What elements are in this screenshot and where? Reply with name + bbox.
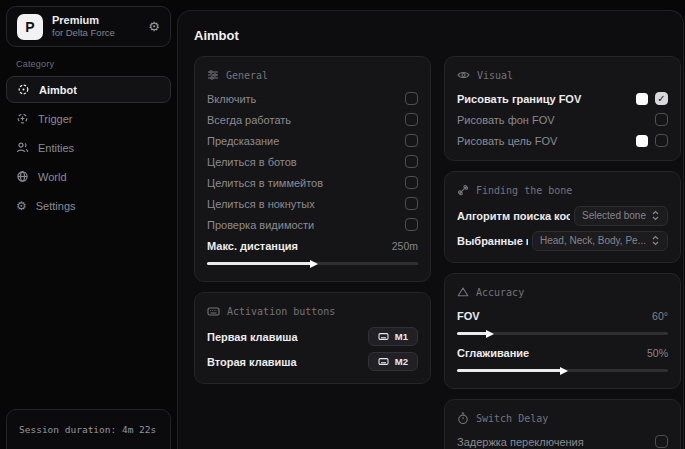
- sidebar-item-entities[interactable]: Entities: [6, 134, 171, 161]
- keybind-value: M2: [395, 356, 408, 367]
- sidebar: P Premium for Delta Force ⚙ Category Aim…: [0, 0, 177, 449]
- smoothing-slider[interactable]: [457, 369, 668, 372]
- checkbox[interactable]: [405, 113, 418, 126]
- selected-bones-select[interactable]: Head, Neck, Body, Pe...: [532, 231, 668, 251]
- checkbox[interactable]: [405, 197, 418, 210]
- sidebar-item-settings[interactable]: ⚙ Settings: [6, 192, 171, 219]
- setting-row: Первая клавиша M1: [207, 324, 418, 349]
- setting-label: Целиться в тиммейтов: [207, 177, 323, 189]
- unfold-icon: [651, 210, 660, 221]
- checkbox[interactable]: ✓: [655, 92, 668, 105]
- timer-icon: [457, 412, 469, 425]
- setting-row: Рисовать цель FOV: [457, 130, 668, 151]
- panel-title: Finding the bone: [476, 185, 572, 196]
- sidebar-item-label: Entities: [38, 142, 74, 154]
- select-value: Head, Neck, Body, Pe...: [540, 235, 646, 246]
- slider-thumb[interactable]: [560, 367, 568, 375]
- keybind-value: M1: [395, 331, 408, 342]
- setting-row: Целиться в нокнутых: [207, 193, 418, 214]
- slider-thumb[interactable]: [310, 260, 318, 268]
- setting-label: Вторая клавиша: [207, 356, 297, 368]
- session-box: Session duration: 4m 22s: [6, 409, 171, 449]
- check-icon: ✓: [657, 94, 665, 104]
- sidebar-item-label: Trigger: [38, 113, 72, 125]
- setting-label: Выбранные кос: [457, 235, 528, 247]
- panel-title: Accuracy: [476, 287, 524, 298]
- main-panel: Aimbot General Включить: [177, 10, 684, 449]
- sliders-icon: [207, 69, 219, 81]
- setting-label: Сглаживание: [457, 347, 529, 359]
- slider-value: 250m: [392, 240, 418, 252]
- checkbox[interactable]: [405, 134, 418, 147]
- triangle-icon: [457, 286, 469, 298]
- keyboard-icon: [207, 306, 220, 317]
- setting-row: Рисовать границу FOV ✓: [457, 88, 668, 109]
- panel-general: General Включить Всегда работать Предска…: [194, 56, 431, 282]
- setting-label: FOV: [457, 310, 480, 322]
- setting-row: Рисовать фон FOV: [457, 109, 668, 130]
- setting-row: Выбранные кос Head, Neck, Body, Pe...: [457, 228, 668, 253]
- setting-label: Целиться в нокнутых: [207, 198, 315, 210]
- setting-label: Макс. дистанция: [207, 240, 298, 252]
- checkbox[interactable]: [655, 435, 668, 448]
- slider-value: 50%: [647, 347, 668, 359]
- setting-row: Всегда работать: [207, 109, 418, 130]
- sidebar-item-aimbot[interactable]: Aimbot: [6, 76, 171, 103]
- setting-label: Первая клавиша: [207, 331, 298, 343]
- select-value: Selected bone: [582, 210, 646, 221]
- setting-row: Предсказание: [207, 130, 418, 151]
- trigger-icon: [16, 112, 29, 125]
- keyboard-icon: [378, 332, 389, 341]
- panel-visual: Visual Рисовать границу FOV ✓ Рисовать ф…: [444, 56, 681, 161]
- gear-icon[interactable]: ⚙: [148, 19, 160, 34]
- brand-logo: P: [17, 14, 43, 40]
- panel-accuracy: Accuracy FOV 60° Сглаживание 50%: [444, 273, 681, 389]
- checkbox[interactable]: [405, 176, 418, 189]
- checkbox[interactable]: [405, 92, 418, 105]
- checkbox[interactable]: [405, 218, 418, 231]
- setting-row: Целиться в тиммейтов: [207, 172, 418, 193]
- panel-switch-delay: Switch Delay Задержка переключения Задер…: [444, 399, 681, 449]
- color-swatch[interactable]: [636, 135, 648, 147]
- setting-label: Всегда работать: [207, 114, 291, 126]
- panel-title: Activation buttons: [227, 306, 335, 317]
- max-distance-slider[interactable]: [207, 262, 418, 265]
- setting-label: Проверка видимости: [207, 219, 314, 231]
- bone-algorithm-select[interactable]: Selected bone: [574, 206, 668, 226]
- sidebar-item-label: Settings: [36, 200, 76, 212]
- sidebar-item-world[interactable]: World: [6, 163, 171, 190]
- setting-label: Рисовать фон FOV: [457, 114, 555, 126]
- panel-finding-the-bone: Finding the bone Алгоритм поиска кост Se…: [444, 171, 681, 263]
- setting-row: Целиться в ботов: [207, 151, 418, 172]
- slider-thumb[interactable]: [486, 330, 494, 338]
- panel-title: Switch Delay: [476, 413, 548, 424]
- session-duration: Session duration: 4m 22s: [19, 424, 158, 435]
- checkbox[interactable]: [405, 155, 418, 168]
- slider-value: 60°: [652, 310, 668, 322]
- category-label: Category: [16, 59, 171, 69]
- setting-row: Сглаживание 50%: [457, 342, 668, 363]
- entities-icon: [16, 141, 29, 154]
- brand-box: P Premium for Delta Force ⚙: [6, 6, 171, 47]
- checkbox[interactable]: [655, 113, 668, 126]
- sidebar-item-trigger[interactable]: Trigger: [6, 105, 171, 132]
- bone-icon: [457, 184, 469, 196]
- setting-label: Предсказание: [207, 135, 279, 147]
- setting-label: Алгоритм поиска кост: [457, 210, 570, 222]
- setting-row: Макс. дистанция 250m: [207, 235, 418, 256]
- setting-row: Проверка видимости: [207, 214, 418, 235]
- setting-row: Алгоритм поиска кост Selected bone: [457, 203, 668, 228]
- checkbox[interactable]: [655, 134, 668, 147]
- keybind-button[interactable]: M1: [368, 327, 418, 346]
- crosshair-icon: [17, 83, 30, 96]
- setting-row: Задержка переключения: [457, 431, 668, 449]
- color-swatch[interactable]: [636, 93, 648, 105]
- right-column: Visual Рисовать границу FOV ✓ Рисовать ф…: [444, 56, 681, 449]
- setting-label: Рисовать границу FOV: [457, 93, 581, 105]
- fov-slider[interactable]: [457, 332, 668, 335]
- setting-label: Целиться в ботов: [207, 156, 297, 168]
- setting-label: Включить: [207, 93, 256, 105]
- keybind-button[interactable]: M2: [368, 352, 418, 371]
- sidebar-item-label: Aimbot: [39, 84, 77, 96]
- setting-row: FOV 60°: [457, 305, 668, 326]
